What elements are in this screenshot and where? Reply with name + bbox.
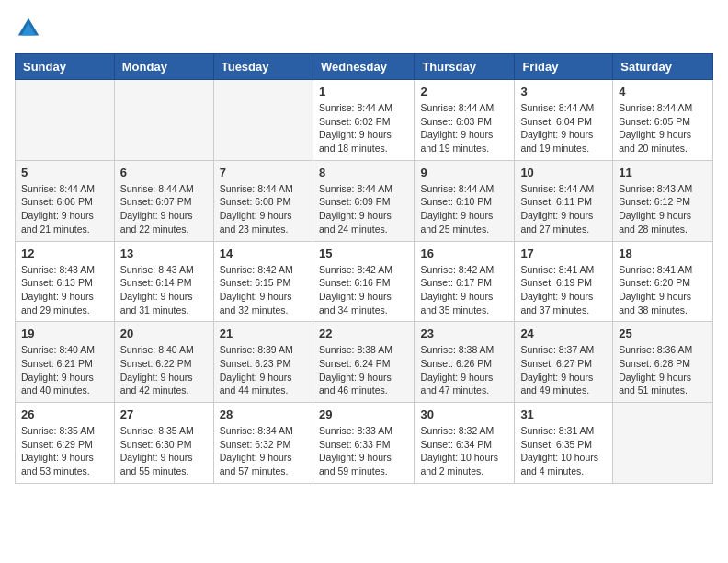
- day-number: 4: [619, 85, 707, 98]
- day-info: Sunrise: 8:35 AM Sunset: 6:29 PM Dayligh…: [21, 424, 108, 478]
- day-number: 28: [220, 408, 307, 421]
- day-number: 19: [21, 327, 108, 340]
- day-info: Sunrise: 8:44 AM Sunset: 6:03 PM Dayligh…: [420, 101, 508, 155]
- calendar-cell: 26Sunrise: 8:35 AM Sunset: 6:29 PM Dayli…: [16, 403, 115, 484]
- day-number: 5: [21, 166, 108, 179]
- calendar-week-2: 5Sunrise: 8:44 AM Sunset: 6:06 PM Daylig…: [16, 160, 713, 241]
- day-info: Sunrise: 8:34 AM Sunset: 6:32 PM Dayligh…: [220, 424, 307, 478]
- day-number: 21: [220, 327, 307, 340]
- logo-icon: [15, 15, 42, 42]
- calendar-cell: 10Sunrise: 8:44 AM Sunset: 6:11 PM Dayli…: [515, 160, 613, 241]
- calendar-cell: 1Sunrise: 8:44 AM Sunset: 6:02 PM Daylig…: [313, 80, 414, 161]
- day-info: Sunrise: 8:40 AM Sunset: 6:21 PM Dayligh…: [21, 343, 108, 397]
- calendar-cell: 22Sunrise: 8:38 AM Sunset: 6:24 PM Dayli…: [313, 322, 414, 403]
- day-number: 26: [21, 408, 108, 421]
- day-number: 31: [520, 408, 607, 421]
- calendar-cell: 31Sunrise: 8:31 AM Sunset: 6:35 PM Dayli…: [515, 403, 613, 484]
- day-info: Sunrise: 8:44 AM Sunset: 6:04 PM Dayligh…: [520, 101, 607, 155]
- calendar-week-3: 12Sunrise: 8:43 AM Sunset: 6:13 PM Dayli…: [16, 241, 713, 322]
- column-header-friday: Friday: [515, 54, 613, 80]
- day-number: 7: [220, 166, 307, 179]
- page-header: [15, 15, 713, 42]
- calendar-cell: 14Sunrise: 8:42 AM Sunset: 6:15 PM Dayli…: [213, 241, 313, 322]
- day-number: 10: [520, 166, 607, 179]
- calendar-week-1: 1Sunrise: 8:44 AM Sunset: 6:02 PM Daylig…: [16, 80, 713, 161]
- day-info: Sunrise: 8:43 AM Sunset: 6:12 PM Dayligh…: [619, 182, 707, 236]
- day-info: Sunrise: 8:35 AM Sunset: 6:30 PM Dayligh…: [120, 424, 208, 478]
- calendar-cell: 9Sunrise: 8:44 AM Sunset: 6:10 PM Daylig…: [415, 160, 515, 241]
- day-number: 13: [120, 247, 208, 260]
- day-number: 2: [420, 85, 508, 98]
- day-number: 1: [319, 85, 408, 98]
- calendar-cell: [213, 80, 313, 161]
- calendar-cell: 20Sunrise: 8:40 AM Sunset: 6:22 PM Dayli…: [114, 322, 213, 403]
- day-info: Sunrise: 8:31 AM Sunset: 6:35 PM Dayligh…: [520, 424, 607, 478]
- day-info: Sunrise: 8:38 AM Sunset: 6:24 PM Dayligh…: [319, 343, 408, 397]
- calendar-week-4: 19Sunrise: 8:40 AM Sunset: 6:21 PM Dayli…: [16, 322, 713, 403]
- day-number: 11: [619, 166, 707, 179]
- day-info: Sunrise: 8:33 AM Sunset: 6:33 PM Dayligh…: [319, 424, 408, 478]
- calendar-cell: 3Sunrise: 8:44 AM Sunset: 6:04 PM Daylig…: [515, 80, 613, 161]
- calendar-cell: 8Sunrise: 8:44 AM Sunset: 6:09 PM Daylig…: [313, 160, 414, 241]
- calendar-cell: 15Sunrise: 8:42 AM Sunset: 6:16 PM Dayli…: [313, 241, 414, 322]
- calendar-cell: [16, 80, 115, 161]
- day-number: 8: [319, 166, 408, 179]
- logo: [15, 15, 46, 42]
- calendar-cell: 25Sunrise: 8:36 AM Sunset: 6:28 PM Dayli…: [613, 322, 713, 403]
- day-number: 18: [619, 247, 707, 260]
- column-header-thursday: Thursday: [415, 54, 515, 80]
- day-info: Sunrise: 8:37 AM Sunset: 6:27 PM Dayligh…: [520, 343, 607, 397]
- calendar-cell: 7Sunrise: 8:44 AM Sunset: 6:08 PM Daylig…: [213, 160, 313, 241]
- day-number: 27: [120, 408, 208, 421]
- calendar-cell: 19Sunrise: 8:40 AM Sunset: 6:21 PM Dayli…: [16, 322, 115, 403]
- column-header-wednesday: Wednesday: [313, 54, 414, 80]
- calendar-cell: 13Sunrise: 8:43 AM Sunset: 6:14 PM Dayli…: [114, 241, 213, 322]
- calendar-cell: 27Sunrise: 8:35 AM Sunset: 6:30 PM Dayli…: [114, 403, 213, 484]
- day-info: Sunrise: 8:44 AM Sunset: 6:09 PM Dayligh…: [319, 182, 408, 236]
- calendar-cell: 2Sunrise: 8:44 AM Sunset: 6:03 PM Daylig…: [415, 80, 515, 161]
- day-info: Sunrise: 8:43 AM Sunset: 6:14 PM Dayligh…: [120, 263, 208, 317]
- day-info: Sunrise: 8:44 AM Sunset: 6:10 PM Dayligh…: [420, 182, 508, 236]
- day-number: 6: [120, 166, 208, 179]
- day-info: Sunrise: 8:32 AM Sunset: 6:34 PM Dayligh…: [420, 424, 508, 478]
- day-info: Sunrise: 8:44 AM Sunset: 6:05 PM Dayligh…: [619, 101, 707, 155]
- day-info: Sunrise: 8:38 AM Sunset: 6:26 PM Dayligh…: [420, 343, 508, 397]
- calendar-cell: 28Sunrise: 8:34 AM Sunset: 6:32 PM Dayli…: [213, 403, 313, 484]
- calendar-cell: 17Sunrise: 8:41 AM Sunset: 6:19 PM Dayli…: [515, 241, 613, 322]
- day-number: 25: [619, 327, 707, 340]
- day-number: 24: [520, 327, 607, 340]
- day-info: Sunrise: 8:44 AM Sunset: 6:07 PM Dayligh…: [120, 182, 208, 236]
- calendar-cell: 24Sunrise: 8:37 AM Sunset: 6:27 PM Dayli…: [515, 322, 613, 403]
- day-number: 29: [319, 408, 408, 421]
- day-number: 23: [420, 327, 508, 340]
- day-info: Sunrise: 8:44 AM Sunset: 6:08 PM Dayligh…: [220, 182, 307, 236]
- day-info: Sunrise: 8:42 AM Sunset: 6:17 PM Dayligh…: [420, 263, 508, 317]
- day-number: 17: [520, 247, 607, 260]
- day-number: 16: [420, 247, 508, 260]
- day-number: 14: [220, 247, 307, 260]
- calendar-cell: 16Sunrise: 8:42 AM Sunset: 6:17 PM Dayli…: [415, 241, 515, 322]
- calendar-cell: 29Sunrise: 8:33 AM Sunset: 6:33 PM Dayli…: [313, 403, 414, 484]
- calendar-cell: 12Sunrise: 8:43 AM Sunset: 6:13 PM Dayli…: [16, 241, 115, 322]
- column-header-saturday: Saturday: [613, 54, 713, 80]
- column-header-tuesday: Tuesday: [213, 54, 313, 80]
- day-info: Sunrise: 8:40 AM Sunset: 6:22 PM Dayligh…: [120, 343, 208, 397]
- day-info: Sunrise: 8:42 AM Sunset: 6:15 PM Dayligh…: [220, 263, 307, 317]
- calendar-table: SundayMondayTuesdayWednesdayThursdayFrid…: [15, 53, 713, 484]
- calendar-cell: 5Sunrise: 8:44 AM Sunset: 6:06 PM Daylig…: [16, 160, 115, 241]
- day-info: Sunrise: 8:42 AM Sunset: 6:16 PM Dayligh…: [319, 263, 408, 317]
- calendar-cell: 18Sunrise: 8:41 AM Sunset: 6:20 PM Dayli…: [613, 241, 713, 322]
- day-number: 30: [420, 408, 508, 421]
- column-header-sunday: Sunday: [16, 54, 115, 80]
- calendar-cell: 11Sunrise: 8:43 AM Sunset: 6:12 PM Dayli…: [613, 160, 713, 241]
- day-number: 3: [520, 85, 607, 98]
- day-number: 15: [319, 247, 408, 260]
- day-number: 20: [120, 327, 208, 340]
- day-info: Sunrise: 8:43 AM Sunset: 6:13 PM Dayligh…: [21, 263, 108, 317]
- day-info: Sunrise: 8:39 AM Sunset: 6:23 PM Dayligh…: [220, 343, 307, 397]
- column-header-monday: Monday: [114, 54, 213, 80]
- day-info: Sunrise: 8:44 AM Sunset: 6:11 PM Dayligh…: [520, 182, 607, 236]
- day-info: Sunrise: 8:41 AM Sunset: 6:20 PM Dayligh…: [619, 263, 707, 317]
- day-info: Sunrise: 8:44 AM Sunset: 6:02 PM Dayligh…: [319, 101, 408, 155]
- calendar-cell: 21Sunrise: 8:39 AM Sunset: 6:23 PM Dayli…: [213, 322, 313, 403]
